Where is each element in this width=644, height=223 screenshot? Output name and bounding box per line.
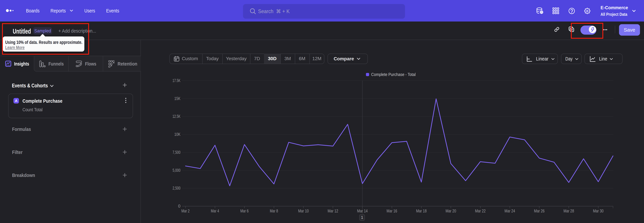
svg-text:Mar 22: Mar 22 — [475, 208, 486, 213]
svg-text:Mar 14: Mar 14 — [357, 208, 368, 213]
svg-text:Mar 24: Mar 24 — [504, 208, 515, 213]
svg-text:10K: 10K — [174, 132, 180, 137]
svg-text:Mar 8: Mar 8 — [270, 208, 278, 213]
svg-text:Mar 2: Mar 2 — [182, 208, 190, 213]
svg-text:Mar 16: Mar 16 — [386, 208, 397, 213]
svg-text:5,000: 5,000 — [172, 168, 180, 173]
svg-text:7,500: 7,500 — [172, 150, 180, 155]
svg-text:Mar 20: Mar 20 — [446, 208, 456, 213]
svg-text:Mar 12: Mar 12 — [328, 208, 338, 213]
svg-text:2,500: 2,500 — [172, 186, 180, 190]
svg-text:Mar 26: Mar 26 — [534, 208, 544, 213]
svg-text:Mar 6: Mar 6 — [240, 208, 248, 213]
svg-text:Mar 10: Mar 10 — [298, 208, 309, 213]
svg-text:Mar 18: Mar 18 — [416, 208, 427, 213]
svg-text:1: 1 — [361, 215, 363, 220]
svg-text:0: 0 — [178, 204, 180, 208]
svg-text:Mar 4: Mar 4 — [211, 208, 219, 213]
svg-text:Mar 30: Mar 30 — [593, 208, 604, 213]
svg-text:12.5K: 12.5K — [172, 114, 180, 119]
svg-text:17.5K: 17.5K — [172, 78, 180, 83]
svg-text:Mar 28: Mar 28 — [564, 208, 574, 213]
svg-text:Complete Purchase - Total: Complete Purchase - Total — [371, 72, 416, 77]
svg-text:15K: 15K — [174, 96, 180, 101]
